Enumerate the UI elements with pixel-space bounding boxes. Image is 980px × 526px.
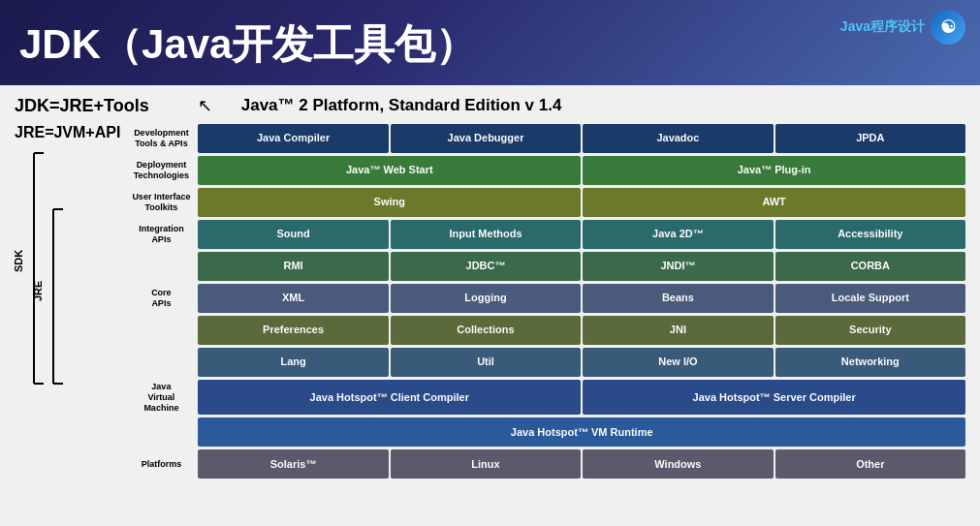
cell-1-0: Java™ Web Start xyxy=(198,156,581,185)
diagram-row-6: PreferencesCollectionsJNISecurity xyxy=(126,316,965,345)
svg-text:SDK: SDK xyxy=(15,250,24,272)
cell-5-0: XML xyxy=(198,284,388,313)
cell-1-1: Java™ Plug-in xyxy=(583,156,965,185)
cell-9-0: Java Hotspot™ VM Runtime xyxy=(198,418,965,447)
header-logo: ☯ xyxy=(931,10,965,45)
cell-8-1: Java Hotspot™ Server Compiler xyxy=(583,380,965,415)
cell-5-2: Beans xyxy=(583,284,773,313)
cell-0-2: Javadoc xyxy=(583,124,773,153)
row-label-3: Integration APIs xyxy=(126,220,196,249)
cell-7-0: Lang xyxy=(198,348,388,377)
diagram-row-9: Java Hotspot™ VM Runtime xyxy=(126,418,965,447)
diagram-row-3: Integration APIsSoundInput MethodsJava 2… xyxy=(126,220,965,249)
cell-7-2: New I/O xyxy=(583,348,773,377)
diagram-row-5: Core APIsXMLLoggingBeansLocale Support xyxy=(126,284,965,313)
cell-10-0: Solaris™ xyxy=(198,449,388,479)
diagram-row-2: User Interface ToolkitsSwingAWT xyxy=(126,188,965,217)
left-labels: JRE=JVM+API SDK xyxy=(15,124,120,518)
app-container: JDK（Java开发工具包） Java程序设计 ☯ JDK=JRE+Tools … xyxy=(0,0,980,526)
cell-3-3: Accessibility xyxy=(775,220,965,249)
cell-0-3: JPDA xyxy=(775,124,965,153)
bracket-area: SDK JRE xyxy=(15,151,120,518)
row-label-5: Core APIs xyxy=(126,284,196,313)
diagram-row-0: Development Tools & APIsJava CompilerJav… xyxy=(126,124,965,153)
cell-4-3: CORBA xyxy=(775,252,965,281)
cell-5-3: Locale Support xyxy=(775,284,965,313)
cell-6-0: Preferences xyxy=(198,316,388,345)
bracket-svg: SDK JRE xyxy=(15,151,111,422)
row-label-2: User Interface Toolkits xyxy=(126,188,196,217)
cell-7-1: Util xyxy=(391,348,581,377)
row-label-9 xyxy=(126,418,196,447)
main-content: JDK=JRE+Tools ↖ Java™ 2 Platform, Standa… xyxy=(0,85,980,526)
cell-8-0: Java Hotspot™ Client Compiler xyxy=(198,380,581,415)
cell-2-1: AWT xyxy=(583,188,965,217)
cell-3-1: Input Methods xyxy=(391,220,581,249)
header: JDK（Java开发工具包） Java程序设计 ☯ xyxy=(0,0,980,85)
cell-6-1: Collections xyxy=(391,316,581,345)
row-label-4 xyxy=(126,252,196,281)
cell-4-1: JDBC™ xyxy=(391,252,581,281)
cell-2-0: Swing xyxy=(198,188,581,217)
cursor-icon: ↖ xyxy=(198,95,212,116)
cell-4-0: RMI xyxy=(198,252,388,281)
row-label-7 xyxy=(126,348,196,377)
cell-6-3: Security xyxy=(775,316,965,345)
cell-6-2: JNI xyxy=(583,316,773,345)
top-labels: JDK=JRE+Tools ↖ Java™ 2 Platform, Standa… xyxy=(15,95,965,116)
cell-10-1: Linux xyxy=(391,449,581,479)
diagram-row-8: Java Virtual MachineJava Hotspot™ Client… xyxy=(126,380,965,415)
platform-title: Java™ 2 Platform, Standard Edition v 1.4 xyxy=(241,96,562,115)
row-label-0: Development Tools & APIs xyxy=(126,124,196,153)
row-label-1: Deployment Technologies xyxy=(126,156,196,185)
header-logo-text: Java程序设计 xyxy=(840,18,925,36)
cell-7-3: Networking xyxy=(775,348,965,377)
header-title: JDK（Java开发工具包） xyxy=(19,17,476,72)
jdk-label: JDK=JRE+Tools xyxy=(15,96,149,116)
header-logo-area: Java程序设计 ☯ xyxy=(840,10,965,45)
cell-4-2: JNDI™ xyxy=(583,252,773,281)
diagram-row-4: RMIJDBC™JNDI™CORBA xyxy=(126,252,965,281)
cell-5-1: Logging xyxy=(391,284,581,313)
cell-10-2: Windows xyxy=(583,449,773,479)
row-label-6 xyxy=(126,316,196,345)
cell-0-1: Java Debugger xyxy=(391,124,581,153)
diagram-row-7: LangUtilNew I/ONetworking xyxy=(126,348,965,377)
cell-10-3: Other xyxy=(775,449,965,479)
row-label-8: Java Virtual Machine xyxy=(126,380,196,415)
jre-label: JRE=JVM+API xyxy=(15,124,120,141)
diagram: Development Tools & APIsJava CompilerJav… xyxy=(126,124,965,518)
diagram-row-1: Deployment TechnologiesJava™ Web StartJa… xyxy=(126,156,965,185)
row-label-10: Platforms xyxy=(126,449,196,479)
cell-3-2: Java 2D™ xyxy=(583,220,773,249)
cell-3-0: Sound xyxy=(198,220,388,249)
cell-0-0: Java Compiler xyxy=(198,124,388,153)
diagram-row-10: PlatformsSolaris™LinuxWindowsOther xyxy=(126,449,965,479)
svg-text:JRE: JRE xyxy=(32,281,44,301)
